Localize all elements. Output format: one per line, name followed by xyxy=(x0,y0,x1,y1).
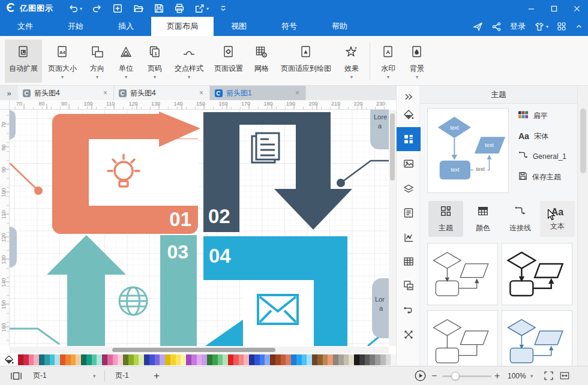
fit-width-button[interactable] xyxy=(559,366,570,385)
theme-template-card[interactable] xyxy=(502,310,572,372)
ribbon-fit-page-button[interactable]: 页面适应到绘图 xyxy=(275,40,337,83)
color-swatch[interactable] xyxy=(118,354,123,365)
panel-tab-theme[interactable]: 主题 xyxy=(428,201,463,237)
color-swatch[interactable] xyxy=(29,354,34,365)
color-swatch[interactable] xyxy=(228,354,233,365)
zoom-slider-track[interactable] xyxy=(442,375,491,377)
step-1-shape[interactable]: 01 xyxy=(52,110,207,234)
canvas-horizontal-scrollbar[interactable] xyxy=(10,347,389,353)
color-swatch[interactable] xyxy=(349,354,354,365)
theme-template-card[interactable] xyxy=(427,243,498,305)
color-swatch[interactable] xyxy=(233,354,239,365)
color-swatch[interactable] xyxy=(207,354,212,365)
color-swatch[interactable] xyxy=(23,354,29,365)
connector-line[interactable] xyxy=(10,329,59,344)
scrollbar-thumb[interactable] xyxy=(112,348,275,352)
color-swatch[interactable] xyxy=(102,354,107,365)
zoom-slider-thumb[interactable] xyxy=(451,372,460,380)
connector-style-panel-icon[interactable] xyxy=(397,300,421,321)
color-swatch[interactable] xyxy=(197,354,202,365)
canvas-vertical-scrollbar[interactable] xyxy=(389,110,396,346)
color-swatch[interactable] xyxy=(160,354,165,365)
print-button[interactable] xyxy=(170,2,188,15)
color-swatch[interactable] xyxy=(375,354,380,365)
share-icon[interactable] xyxy=(491,22,502,32)
color-swatch[interactable] xyxy=(291,354,296,365)
menu-tab-home[interactable]: 开始 xyxy=(50,17,101,36)
color-swatch[interactable] xyxy=(170,354,176,365)
minimize-button[interactable] xyxy=(520,0,542,17)
color-swatch[interactable] xyxy=(296,354,302,365)
table-panel-icon[interactable] xyxy=(397,251,421,272)
color-swatch[interactable] xyxy=(323,354,328,365)
document-tab[interactable]: 箭头图4 × xyxy=(18,86,114,100)
panel-scrollbar[interactable] xyxy=(577,86,588,366)
color-swatch[interactable] xyxy=(139,354,144,365)
page-tab[interactable]: 页-1 xyxy=(115,366,129,385)
color-swatch[interactable] xyxy=(359,354,365,365)
zoom-in-button[interactable]: + xyxy=(494,366,500,385)
color-swatch[interactable] xyxy=(307,354,312,365)
theme-template-card[interactable] xyxy=(427,310,498,372)
color-swatch[interactable] xyxy=(134,354,139,365)
undo-button[interactable]: ▾ xyxy=(64,2,86,15)
color-swatch[interactable] xyxy=(55,354,60,365)
add-page-button[interactable]: + xyxy=(154,366,160,385)
tab-close-icon[interactable]: × xyxy=(198,89,205,97)
open-file-button[interactable] xyxy=(129,2,148,15)
ribbon-page-setup-button[interactable]: 页面设置 xyxy=(209,40,248,83)
color-swatch[interactable] xyxy=(155,354,160,365)
color-swatch[interactable] xyxy=(44,354,50,365)
color-swatch[interactable] xyxy=(223,354,228,365)
image-panel-icon[interactable] xyxy=(397,153,421,175)
color-swatch[interactable] xyxy=(165,354,170,365)
connector-dot[interactable] xyxy=(34,187,43,195)
callout-bottom-right[interactable]: Lor a xyxy=(372,278,389,338)
color-swatch[interactable] xyxy=(149,354,155,365)
zoom-level[interactable]: 100% xyxy=(508,366,526,385)
ribbon-orientation-button[interactable]: 方向▾ xyxy=(83,40,112,83)
fill-bucket-icon[interactable] xyxy=(0,355,18,365)
color-swatch[interactable] xyxy=(60,354,65,365)
menu-tab-help[interactable]: 帮助 xyxy=(314,17,365,36)
ribbon-page-number-button[interactable]: 1 页码▾ xyxy=(140,40,169,83)
arrow-diagram[interactable]: 01 02 xyxy=(10,110,389,346)
fill-format-icon[interactable] xyxy=(397,104,421,125)
document-tab[interactable]: 箭头图4 × xyxy=(114,86,210,100)
apps-grid-icon[interactable] xyxy=(557,22,566,31)
ribbon-watermark-button[interactable]: A 水印▾ xyxy=(374,40,403,83)
menu-tab-page-layout[interactable]: 页面布局 xyxy=(151,17,214,36)
notes-panel-icon[interactable] xyxy=(397,202,421,224)
color-swatch[interactable] xyxy=(244,354,249,365)
theme-connector-option[interactable]: General_1 xyxy=(518,151,576,163)
color-swatch[interactable] xyxy=(34,354,39,365)
ribbon-background-button[interactable]: 背景▾ xyxy=(403,40,431,83)
color-swatch[interactable] xyxy=(249,354,254,365)
ribbon-effects-button[interactable]: 效果▾ xyxy=(337,40,366,83)
connector-line[interactable] xyxy=(341,161,389,183)
color-swatch[interactable] xyxy=(218,354,223,365)
color-swatch[interactable] xyxy=(212,354,218,365)
color-swatch[interactable] xyxy=(312,354,317,365)
color-swatch[interactable] xyxy=(186,354,191,365)
collapse-ribbon-icon[interactable] xyxy=(575,22,583,31)
document-tab-active[interactable]: 箭头图1 × xyxy=(210,86,306,100)
color-swatch[interactable] xyxy=(202,354,207,365)
theme-font-option[interactable]: Aa 宋体 xyxy=(518,130,576,142)
node-connect-panel-icon[interactable] xyxy=(397,324,421,345)
redo-button[interactable] xyxy=(88,2,106,15)
ribbon-grid-button[interactable]: 网格 xyxy=(248,40,275,83)
step-4-shape[interactable]: 04 xyxy=(203,236,347,346)
color-swatch[interactable] xyxy=(338,354,344,365)
fullscreen-button[interactable] xyxy=(544,366,554,385)
color-swatch[interactable] xyxy=(354,354,359,365)
export-button[interactable]: ▾ xyxy=(191,2,212,15)
color-swatch[interactable] xyxy=(86,354,92,365)
color-swatch[interactable] xyxy=(107,354,113,365)
theme-panel-icon[interactable] xyxy=(397,127,421,151)
panel-tab-text[interactable]: Aa 文本 xyxy=(540,201,575,237)
color-swatch[interactable] xyxy=(317,354,323,365)
ribbon-auto-expand-button[interactable]: 自动扩展 xyxy=(5,40,42,83)
chart-panel-icon[interactable] xyxy=(397,227,421,248)
color-swatch[interactable] xyxy=(191,354,197,365)
